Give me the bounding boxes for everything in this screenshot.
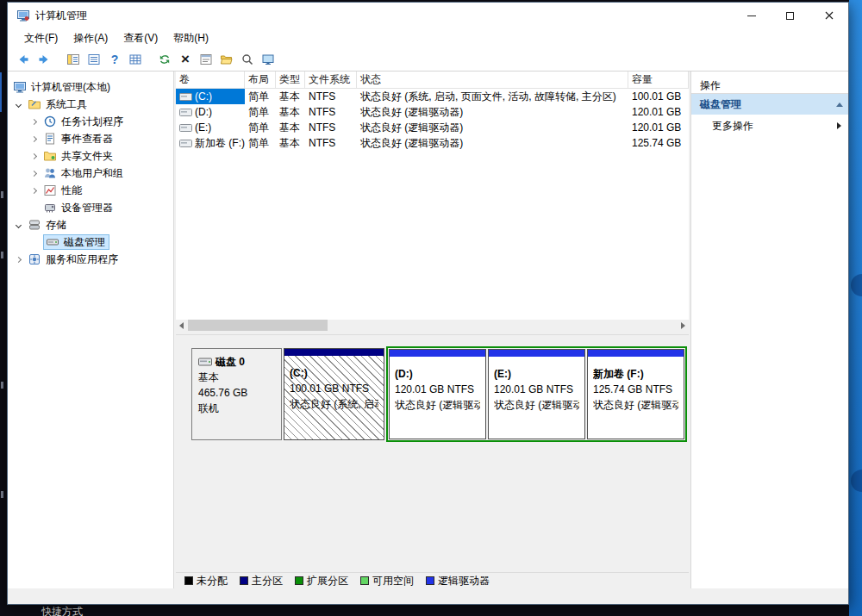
desktop-fragment [1,252,3,258]
volume-row-f[interactable]: 新加卷 (F:) 简单 基本 NTFS 状态良好 (逻辑驱动器) 125.74 … [176,135,689,151]
desktop-shortcut-label: 快捷方式 [41,605,83,616]
column-header-volume[interactable]: 卷 [176,72,245,89]
computer-management-window: 计算机管理 文件(F) 操作(A) 查看(V) 帮助(H) ? [7,2,849,605]
actions-title: 操作 [691,77,848,94]
menu-file[interactable]: 文件(F) [16,28,66,47]
open-folder-icon[interactable] [216,49,237,70]
partition-d[interactable]: (D:) 120.01 GB NTFS 状态良好 (逻辑驱动器) [389,349,486,439]
tree-selected-item[interactable]: 磁盘管理 [43,234,109,250]
volume-type-cell: 基本 [276,135,305,151]
delete-volume-icon[interactable]: × [175,49,196,70]
legend-item-logical-drive: 逻辑驱动器 [426,574,490,588]
desktop: 快捷方式 计算机管理 文件(F) 操作(A) 查看(V) 帮助(H) [0,0,862,616]
volume-icon [179,107,192,118]
partition-name: (C:) [290,365,378,381]
volume-fs-cell: NTFS [305,135,357,151]
tree-item-label: 任务计划程序 [61,115,123,129]
column-header-type[interactable]: 类型 [276,72,305,89]
volume-capacity-cell: 100.01 GB [628,89,689,104]
chevron-right-icon[interactable] [16,256,22,262]
volume-row-d[interactable]: (D:) 简单 基本 NTFS 状态良好 (逻辑驱动器) 120.01 GB [176,104,689,120]
partition-c[interactable]: (C:) 100.01 GB NTFS 状态良好 (系统, 启动, 页面文件, … [284,348,384,440]
menu-view[interactable]: 查看(V) [116,28,166,47]
forward-icon[interactable] [34,49,54,70]
submenu-arrow-icon [837,122,841,129]
volume-layout-cell: 简单 [245,120,276,135]
window-title: 计算机管理 [35,9,87,23]
tree-item-label: 磁盘管理 [64,235,105,250]
tree-item-task-scheduler[interactable]: 任务计划程序 [8,113,173,130]
actions-more[interactable]: 更多操作 [691,115,848,137]
volume-icon [179,91,192,103]
partition-color-bar [588,350,684,357]
help-icon[interactable]: ? [104,49,125,70]
search-icon[interactable] [237,49,258,70]
volume-type-cell: 基本 [276,89,305,104]
tree-item-local-users[interactable]: 本地用户和组 [8,165,173,182]
tree-item-device-manager[interactable]: 设备管理器 [8,199,173,216]
show-console-tree-icon[interactable] [63,49,84,70]
tree-item-label: 设备管理器 [61,201,113,215]
toolbar: ? × [8,47,848,72]
export-list-icon[interactable] [84,49,104,70]
chevron-down-icon[interactable] [16,221,22,227]
partition-name: (E:) [494,366,579,382]
tree-item-shared-folders[interactable]: 共享文件夹 [8,147,173,165]
tree-item-system-tools[interactable]: 系统工具 [8,96,173,113]
partition-f[interactable]: 新加卷 (F:) 125.74 GB NTFS 状态良好 (逻辑驱动器) [587,349,684,439]
volume-layout-cell: 简单 [245,135,276,151]
back-icon[interactable] [13,49,34,70]
tree-item-performance[interactable]: 性能 [8,182,173,199]
partition-e[interactable]: (E:) 120.01 GB NTFS 状态良好 (逻辑驱动器) [488,349,585,439]
remote-computer-icon[interactable] [258,49,278,70]
horizontal-scrollbar[interactable] [176,320,689,331]
tree-item-event-viewer[interactable]: 事件查看器 [8,130,173,147]
chevron-right-icon[interactable] [31,118,37,124]
refresh-icon[interactable] [154,49,175,70]
shared-folders-icon [43,149,57,163]
tree-root[interactable]: 计算机管理(本地) [8,78,173,96]
properties-icon[interactable] [196,49,216,70]
scroll-left-arrow[interactable] [176,320,187,331]
volume-type-cell: 基本 [276,104,305,120]
chevron-right-icon[interactable] [31,135,37,141]
disk-status: 联机 [198,401,275,416]
console-tree: 计算机管理(本地) 系统工具 任务计划程序 事件查看器 [8,72,174,588]
desktop-fragment [1,382,3,389]
volume-row-e[interactable]: (E:) 简单 基本 NTFS 状态良好 (逻辑驱动器) 120.01 GB [176,120,689,135]
chevron-right-icon[interactable] [31,187,37,193]
volume-row-c[interactable]: (C:) 简单 基本 NTFS 状态良好 (系统, 启动, 页面文件, 活动, … [176,89,689,104]
tree-item-label: 共享文件夹 [61,149,113,164]
close-button[interactable] [809,3,848,28]
legend-swatch [426,576,434,585]
menu-action[interactable]: 操作(A) [66,28,116,47]
computer-icon [13,80,27,94]
column-header-filesystem[interactable]: 文件系统 [305,72,357,89]
maximize-button[interactable] [771,3,809,28]
menubar: 文件(F) 操作(A) 查看(V) 帮助(H) [8,28,848,47]
minimize-button[interactable] [732,3,771,28]
column-header-layout[interactable]: 布局 [245,72,276,89]
disk0-header[interactable]: 磁盘 0 基本 465.76 GB 联机 [191,348,282,440]
menu-help[interactable]: 帮助(H) [166,28,216,47]
system-tools-icon [28,97,41,111]
partition-size: 100.01 GB NTFS [290,381,378,396]
scroll-right-arrow[interactable] [678,320,689,331]
tree-item-services[interactable]: 服务和应用程序 [8,251,173,268]
chevron-down-icon[interactable] [16,101,22,107]
tree-item-disk-management[interactable]: 磁盘管理 [8,233,173,251]
chevron-right-icon[interactable] [31,152,37,159]
scrollbar-thumb[interactable] [188,320,328,331]
view-table-icon[interactable] [125,49,146,70]
chevron-right-icon[interactable] [31,170,37,176]
actions-disk-management[interactable]: 磁盘管理 [691,94,848,115]
legend-swatch [240,576,248,585]
column-header-status[interactable]: 状态 [357,72,628,89]
partition-size: 120.01 GB NTFS [494,382,579,397]
disk-graphic-view: 磁盘 0 基本 465.76 GB 联机 (C:) 100.01 GB NTFS… [176,334,689,572]
partition-name: (D:) [395,366,480,382]
collapse-icon[interactable] [836,103,843,107]
tree-item-storage[interactable]: 存储 [8,216,173,233]
column-header-capacity[interactable]: 容量 [628,72,689,89]
volume-layout-cell: 简单 [245,104,276,120]
